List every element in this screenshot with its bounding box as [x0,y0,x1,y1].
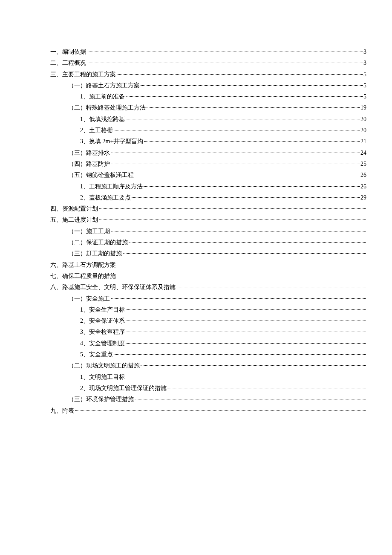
toc-entry-page: 19 [360,103,366,113]
toc-entry[interactable]: 1、低填浅挖路基20 [50,114,366,124]
toc-entry-title: 二、工程概况 [50,58,86,68]
toc-entry-title: 四、资源配置计划 [50,204,98,214]
toc-entry[interactable]: 九、附表 [50,406,366,416]
toc-leader-dots [135,175,360,175]
toc-entry-page: 5 [363,81,366,91]
toc-entry-title: （二）现场文明施工的措施 [68,361,140,371]
toc-entry[interactable]: （一）安全施工 [50,294,366,304]
toc-entry-page: 20 [360,114,366,124]
toc-entry[interactable]: 1、施工前的准备5 [50,92,366,102]
toc-entry[interactable]: （五）钢筋砼盖板涵工程26 [50,170,366,180]
toc-entry[interactable]: 七、确保工程质量的措施 [50,271,366,281]
toc-leader-dots [126,321,366,321]
toc-entry-page: 3 [363,47,366,57]
toc-leader-dots [126,96,363,97]
toc-leader-dots [147,107,360,108]
toc-entry[interactable]: 六、路基土石方调配方案 [50,260,366,270]
toc-leader-dots [87,63,363,63]
toc-entry-title: 2、现场文明施工管理保证的措施 [80,383,167,393]
toc-entry-title: 3、换填 2m+井字型盲沟 [80,136,143,147]
toc-entry-title: 七、确保工程质量的措施 [50,271,116,281]
toc-entry-title: 三、主要工程的施工方案 [50,69,116,80]
toc-entry[interactable]: 1、安全生产目标 [50,305,366,315]
toc-entry[interactable]: 3、换填 2m+井字型盲沟21 [50,136,366,147]
toc-entry[interactable]: （三）环境保护管理措施 [50,394,366,405]
toc-leader-dots [144,141,360,142]
toc-entry[interactable]: 三、主要工程的施工方案5 [50,69,366,80]
toc-entry-title: 4、安全管理制度 [80,338,125,349]
toc-entry[interactable]: 2、安全保证体系 [50,316,366,326]
toc-leader-dots [111,153,360,153]
toc-entry-title: （一）施工工期 [68,226,110,237]
toc-leader-dots [126,332,366,332]
toc-leader-dots [99,208,366,209]
toc-leader-dots [117,276,366,276]
toc-entry[interactable]: （二）特殊路基处理施工方法19 [50,103,366,113]
toc-entry-title: （二）特殊路基处理施工方法 [68,103,146,113]
toc-entry[interactable]: 二、工程概况3 [50,58,366,68]
toc-entry-title: （三）环境保护管理措施 [68,394,134,405]
toc-entry[interactable]: 2、现场文明施工管理保证的措施 [50,383,366,393]
toc-leader-dots [176,287,366,287]
toc-entry-title: 2、盖板涵施工要点 [80,193,131,203]
toc-leader-dots [123,253,366,254]
toc-entry-title: （三）赶工期的措施 [68,249,122,259]
toc-entry-page: 29 [360,193,366,203]
toc-leader-dots [117,74,363,75]
toc-leader-dots [117,265,366,265]
toc-entry-page: 26 [360,182,366,192]
toc-leader-dots [87,52,363,52]
toc-entry[interactable]: 3、安全检查程序 [50,327,366,337]
toc-entry-title: 八、路基施工安全、文明、环保保证体系及措施 [50,282,176,292]
toc-entry[interactable]: 一、编制依据3 [50,47,366,57]
toc-entry[interactable]: 2、盖板涵施工要点29 [50,193,366,203]
toc-leader-dots [111,164,360,164]
toc-entry-title: 1、低填浅挖路基 [80,114,125,124]
toc-entry-page: 5 [363,69,366,80]
toc-entry-page: 3 [363,58,366,68]
toc-entry-title: 2、安全保证体系 [80,316,125,326]
toc-entry[interactable]: （三）赶工期的措施 [50,249,366,259]
toc-entry[interactable]: （一）路基土石方施工方案5 [50,81,366,91]
toc-entry-title: 1、安全生产目标 [80,305,125,315]
toc-leader-dots [141,365,366,366]
toc-leader-dots [126,343,366,344]
toc-entry[interactable]: （一）施工工期 [50,226,366,237]
toc-leader-dots [129,242,366,243]
toc-entry[interactable]: 五、施工进度计划 [50,215,366,225]
toc-leader-dots [114,354,366,355]
toc-leader-dots [75,410,366,411]
toc-leader-dots [132,197,360,198]
toc-entry-title: 1、文明施工目标 [80,372,125,382]
toc-entry[interactable]: 2、土工格栅20 [50,125,366,136]
toc-entry[interactable]: （二）保证工期的措施 [50,237,366,248]
toc-leader-dots [141,85,363,86]
toc-entry-title: 一、编制依据 [50,47,86,57]
toc-entry[interactable]: 四、资源配置计划 [50,204,366,214]
toc-entry-title: 1、工程施工顺序及方法 [80,182,143,192]
toc-entry[interactable]: 5、安全重点 [50,350,366,360]
toc-leader-dots [111,298,366,299]
toc-leader-dots [114,130,360,130]
toc-leader-dots [99,220,366,220]
toc-entry-title: （一）路基土石方施工方案 [68,81,140,91]
toc-entry[interactable]: 八、路基施工安全、文明、环保保证体系及措施 [50,282,366,292]
toc-entry-title: （一）安全施工 [68,294,110,304]
toc-entry-title: 3、安全检查程序 [80,327,125,337]
toc-entry[interactable]: 1、工程施工顺序及方法26 [50,182,366,192]
toc-entry-title: 九、附表 [50,406,74,416]
toc-entry[interactable]: （二）现场文明施工的措施 [50,361,366,371]
toc-entry[interactable]: 4、安全管理制度 [50,338,366,349]
toc-leader-dots [126,309,366,310]
toc-leader-dots [126,377,366,377]
toc-entry-title: （三）路基排水 [68,148,110,158]
toc-entry-page: 5 [363,92,366,102]
toc-entry-title: 1、施工前的准备 [80,92,125,102]
toc-entry-title: 5、安全重点 [80,350,113,360]
toc-entry[interactable]: 1、文明施工目标 [50,372,366,382]
toc-entry-page: 21 [360,136,366,147]
toc-entry-page: 20 [360,125,366,136]
toc-entry[interactable]: （三）路基排水24 [50,148,366,158]
table-of-contents: 一、编制依据3二、工程概况3三、主要工程的施工方案5（一）路基土石方施工方案51… [50,47,366,416]
toc-entry[interactable]: （四）路基防护25 [50,159,366,169]
